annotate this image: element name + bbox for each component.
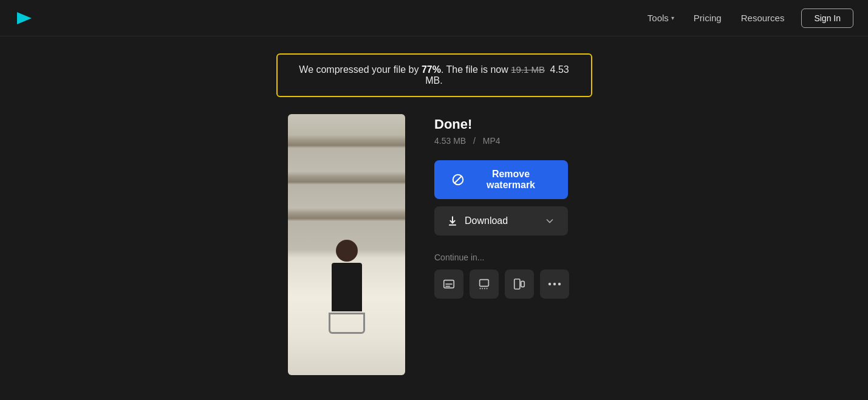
person-body — [332, 263, 362, 311]
download-icon — [446, 215, 459, 227]
continue-more-button[interactable] — [540, 269, 569, 299]
file-type: MP4 — [483, 136, 501, 146]
continue-label: Continue in... — [434, 253, 580, 262]
file-size: 4.53 MB — [434, 136, 466, 146]
download-label: Download — [465, 215, 508, 226]
sign-in-button[interactable]: Sign In — [801, 8, 853, 28]
svg-point-11 — [553, 283, 556, 285]
logo-area — [15, 8, 34, 28]
watermark-icon — [451, 173, 465, 186]
subtitles-icon — [442, 277, 456, 291]
header: Tools ▾ Pricing Resources Sign In — [0, 0, 868, 36]
continue-icons-row — [434, 269, 580, 299]
chevron-down-icon: ▾ — [671, 15, 674, 21]
svg-line-2 — [455, 177, 462, 183]
person-head — [336, 240, 358, 262]
logo-icon — [15, 8, 34, 28]
svg-rect-6 — [480, 280, 489, 286]
crop-icon — [477, 277, 491, 291]
done-title: Done! — [434, 117, 580, 132]
remove-watermark-label: Remove watermark — [471, 169, 551, 191]
remove-watermark-button[interactable]: Remove watermark — [434, 160, 568, 199]
notice-prefix: We compressed your file by — [299, 64, 422, 75]
svg-marker-0 — [17, 12, 32, 24]
download-btn-left: Download — [446, 215, 508, 227]
video-bg — [288, 114, 405, 375]
meta-separator: / — [473, 136, 476, 146]
compression-notice: We compressed your file by 77%. The file… — [276, 53, 592, 97]
right-panel: Done! 4.53 MB / MP4 Remove watermark — [434, 114, 580, 299]
notice-middle: . The file is now — [441, 64, 511, 75]
main-nav: Tools ▾ Pricing Resources Sign In — [640, 8, 853, 28]
svg-point-12 — [558, 283, 561, 285]
video-thumbnail — [288, 114, 405, 375]
continue-subtitles-button[interactable] — [434, 269, 463, 299]
dropdown-chevron-icon — [544, 215, 556, 227]
person-cart — [329, 313, 365, 334]
svg-point-10 — [548, 283, 551, 285]
continue-resize-button[interactable] — [505, 269, 534, 299]
svg-rect-9 — [521, 281, 525, 286]
main-content: We compressed your file by 77%. The file… — [0, 36, 868, 375]
nav-pricing[interactable]: Pricing — [686, 8, 729, 28]
original-size: 19.1 MB — [511, 64, 545, 75]
file-meta: 4.53 MB / MP4 — [434, 136, 580, 146]
notice-suffix: . — [440, 75, 442, 86]
resize-icon — [513, 277, 526, 291]
notice-percent: 77% — [422, 64, 441, 75]
nav-resources[interactable]: Resources — [734, 8, 792, 28]
more-icon — [548, 282, 561, 286]
nav-tools[interactable]: Tools ▾ — [640, 8, 682, 28]
person-silhouette — [326, 240, 368, 349]
download-button[interactable]: Download — [434, 206, 568, 236]
svg-rect-8 — [514, 279, 520, 290]
content-row: Done! 4.53 MB / MP4 Remove watermark — [288, 114, 580, 375]
continue-crop-button[interactable] — [470, 269, 499, 299]
